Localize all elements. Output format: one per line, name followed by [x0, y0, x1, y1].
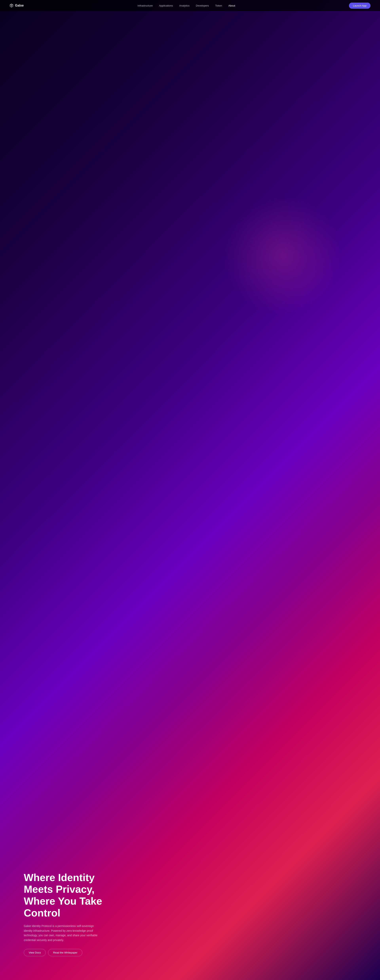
- hero-buttons: View Docs Read the Whitepaper: [24, 949, 127, 956]
- nav-link-developers[interactable]: Developers: [196, 4, 209, 7]
- nav-link-infrastructure[interactable]: Infrastructure: [138, 4, 153, 7]
- read-whitepaper-button[interactable]: Read the Whitepaper: [48, 949, 82, 956]
- hero-description: Galxe Identity Protocol is a permissionl…: [24, 924, 103, 943]
- launch-app-button[interactable]: Launch App: [349, 3, 370, 9]
- navbar: Galxe Infrastructure Applications Analyt…: [0, 0, 380, 11]
- hero-section: Where Identity Meets Privacy, Where You …: [0, 0, 380, 980]
- nav-link-about[interactable]: About: [228, 4, 235, 7]
- nav-link-token[interactable]: Token: [215, 4, 222, 7]
- hero-content: Where Identity Meets Privacy, Where You …: [24, 872, 127, 956]
- nav-link-applications[interactable]: Applications: [159, 4, 173, 7]
- view-docs-button[interactable]: View Docs: [24, 949, 46, 956]
- nav-link-analytics[interactable]: Analytics: [179, 4, 189, 7]
- galxe-logo-icon: [10, 3, 13, 8]
- nav-logo[interactable]: Galxe: [10, 3, 24, 8]
- nav-links: Infrastructure Applications Analytics De…: [138, 4, 235, 7]
- hero-title: Where Identity Meets Privacy, Where You …: [24, 872, 127, 919]
- nav-logo-text: Galxe: [15, 4, 24, 7]
